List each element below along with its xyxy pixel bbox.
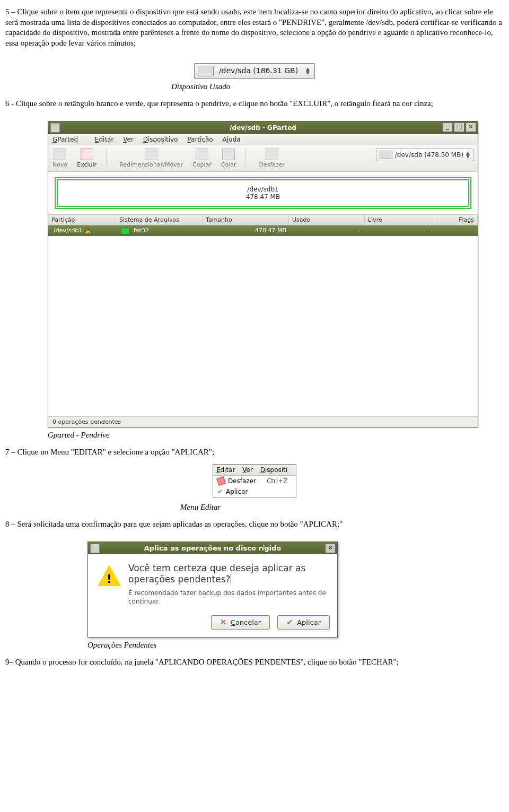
partition-block[interactable]: /dev/sdb1 478.47 MB: [57, 179, 469, 207]
confirm-dialog: Aplica as operações no disco rígido × ! …: [87, 542, 338, 638]
device-label: /dev/sdb (478.50 MB): [395, 151, 463, 159]
close-button[interactable]: ×: [466, 123, 476, 132]
warning-icon: !: [84, 227, 92, 234]
editar-menu-popup: Editar Ver Dispositi Desfazer Ctrl+Z ✔ A…: [213, 464, 296, 497]
col-tamanho[interactable]: Tamanho: [203, 215, 289, 225]
apply-label: Aplicar: [297, 618, 321, 626]
apply-button[interactable]: ✔ Aplicar: [277, 615, 330, 630]
harddisk-icon: [198, 66, 214, 76]
caption-operacoes: Operações Pendentes: [5, 641, 504, 650]
row-fs: fat32: [134, 227, 149, 234]
app-icon: [50, 123, 60, 133]
toolbar-separator: [106, 149, 110, 167]
step-8-text: 8 – Será solicitada uma confirmação para…: [5, 519, 504, 530]
col-livre[interactable]: Livre: [365, 215, 435, 225]
table-header: Partição Sistema de Arquivos Tamanho Usa…: [48, 214, 478, 225]
tool-excluir[interactable]: Excluir: [77, 149, 96, 168]
step-5-text: 5 – Clique sobre o item que representa o…: [5, 7, 504, 48]
cancel-icon: ✕: [220, 619, 227, 626]
device-selector[interactable]: /dev/sdb (478.50 MB) ▲▼: [376, 149, 473, 161]
menu-bar: GParted Editar Ver Dispositivo Partição …: [48, 134, 478, 145]
tool-desfazer[interactable]: Desfazer: [259, 149, 285, 168]
col-particao[interactable]: Partição: [48, 215, 116, 225]
cancel-label: Cancelar: [231, 618, 261, 626]
status-bar: 0 operações pendentes: [48, 416, 478, 427]
menu-editar[interactable]: Editar: [216, 466, 235, 474]
new-icon: [54, 149, 66, 160]
undo-icon: [266, 149, 278, 160]
menu-item-aplicar[interactable]: ✔ Aplicar: [213, 486, 296, 497]
warning-icon: !: [98, 563, 121, 606]
col-flags[interactable]: Flags: [435, 215, 478, 225]
col-usado[interactable]: Usado: [289, 215, 365, 225]
dialog-title: Aplica as operações no disco rígido: [144, 544, 282, 552]
harddisk-icon: [380, 151, 392, 159]
apply-icon: ✔: [217, 488, 223, 495]
vis-label-1: /dev/sdb1: [63, 186, 463, 193]
apply-icon: ✔: [286, 619, 294, 626]
menu-editar[interactable]: Editar: [95, 136, 114, 143]
spinner-icon: ▲▼: [466, 151, 470, 159]
caption-gparted: Gparted - Pendrive: [5, 431, 504, 440]
menu-apply-label: Aplicar: [226, 488, 248, 495]
row-used: ---: [289, 225, 365, 236]
toolbar: Novo Excluir Redimensionar/Mover Copiar …: [48, 145, 478, 172]
menu-top-row: Editar Ver Dispositi: [213, 465, 296, 476]
tool-colar[interactable]: Colar: [221, 149, 236, 168]
window-title: /dev/sdb - GParted: [230, 124, 296, 132]
table-row[interactable]: /dev/sdb1 ! fat32 478.47 MB --- ---: [48, 225, 478, 236]
app-icon: [90, 544, 100, 553]
row-free: ---: [365, 225, 435, 236]
dialog-titlebar: Aplica as operações no disco rígido ×: [88, 542, 337, 554]
step-9-text: 9– Quando o processo for concluído, na j…: [5, 657, 504, 668]
tool-redimensionar[interactable]: Redimensionar/Mover: [119, 149, 183, 168]
paste-icon: [222, 149, 235, 160]
dialog-message: É recomendado fazer backup dos dados imp…: [128, 589, 328, 606]
row-size: 478.47 MB: [204, 225, 289, 236]
device-dropdown[interactable]: /dev/sda (186.31 GB) ▲▼: [194, 63, 314, 79]
row-partition: /dev/sdb1: [54, 227, 82, 234]
menu-gparted[interactable]: GParted: [52, 136, 85, 143]
copy-icon: [196, 149, 208, 160]
visual-outer[interactable]: /dev/sdb1 478.47 MB: [55, 177, 471, 209]
menu-dispositivo[interactable]: Dispositivo: [143, 136, 178, 143]
gparted-window: /dev/sdb - GParted _ □ × GParted Editar …: [48, 121, 478, 427]
menu-ver[interactable]: Ver: [123, 136, 134, 143]
menu-particao[interactable]: Partição: [187, 136, 213, 143]
resize-icon: [145, 149, 157, 160]
menu-item-desfazer[interactable]: Desfazer Ctrl+Z: [213, 476, 296, 486]
tool-copiar[interactable]: Copiar: [192, 149, 212, 168]
dialog-close-button[interactable]: ×: [325, 544, 336, 553]
vis-label-2: 478.47 MB: [63, 193, 463, 200]
partition-visual: /dev/sdb1 478.47 MB: [48, 172, 478, 214]
spinner-icon: ▲▼: [305, 67, 311, 75]
maximize-button[interactable]: □: [454, 123, 464, 132]
menu-undo-shortcut: Ctrl+Z: [267, 477, 288, 485]
step-6-text: 6 - Clique sobre o retângulo branco e ve…: [5, 99, 504, 109]
device-label: /dev/sda (186.31 GB): [219, 66, 298, 75]
fs-color-swatch: [121, 227, 129, 234]
menu-ver[interactable]: Ver: [242, 466, 253, 474]
step-7-text: 7 – Clique no Menu "EDITAR" e selecione …: [5, 447, 504, 458]
figure-device-selector: /dev/sda (186.31 GB) ▲▼: [5, 63, 504, 79]
menu-ajuda[interactable]: Ajuda: [223, 136, 241, 143]
col-sistema[interactable]: Sistema de Arquivos: [116, 215, 203, 225]
table-body-empty: [48, 236, 478, 416]
row-flags: [435, 225, 478, 236]
window-titlebar: /dev/sdb - GParted _ □ ×: [48, 121, 478, 134]
dialog-heading: Você tem certeza que deseja aplicar as o…: [128, 563, 328, 586]
svg-text:!: !: [87, 229, 89, 234]
caption-menu-editar: Menu Editar: [5, 503, 504, 512]
menu-dispositivo-trunc[interactable]: Dispositi: [260, 466, 287, 474]
caption-figure-1: Dispositivo Usado: [5, 82, 504, 91]
menu-undo-label: Desfazer: [228, 477, 256, 485]
minimize-button[interactable]: _: [442, 123, 453, 132]
tool-novo[interactable]: Novo: [52, 149, 67, 168]
delete-icon: [81, 149, 93, 160]
cancel-button[interactable]: ✕ Cancelar: [211, 615, 270, 630]
undo-icon: [216, 476, 226, 486]
toolbar-separator: [245, 149, 249, 167]
